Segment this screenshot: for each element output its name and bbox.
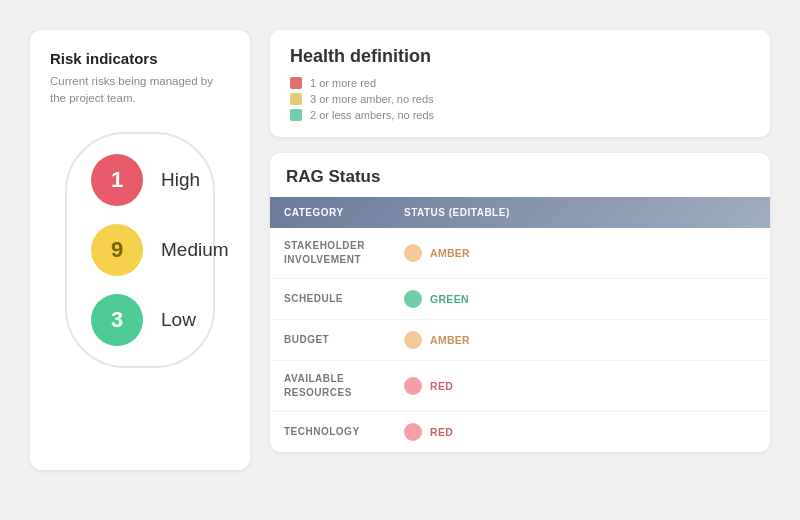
status-cell: RED [404, 377, 756, 395]
risk-panel-subtitle: Current risks being managed by the proje… [50, 73, 230, 108]
rag-category-cell: TECHNOLOGY [270, 412, 390, 453]
rag-table: CATEGORY STATUS (EDITABLE) STAKEHOLDER I… [270, 197, 770, 452]
rag-category-cell: BUDGET [270, 320, 390, 361]
health-label-red: 1 or more red [310, 77, 376, 89]
rag-table-row[interactable]: SCHEDULE GREEN [270, 279, 770, 320]
status-label: GREEN [430, 293, 469, 305]
rag-status-cell[interactable]: AMBER [390, 320, 770, 361]
status-label: RED [430, 426, 453, 438]
status-dot-red [404, 423, 422, 441]
rag-header-category: CATEGORY [270, 197, 390, 228]
risk-circle-high: 1 [91, 154, 143, 206]
rag-status-cell[interactable]: AMBER [390, 228, 770, 279]
risk-label-high: High [161, 169, 200, 191]
health-item-red: 1 or more red [290, 77, 750, 89]
risk-circle-low: 3 [91, 294, 143, 346]
rag-category-cell: AVAILABLE RESOURCES [270, 361, 390, 412]
rag-status-cell[interactable]: RED [390, 412, 770, 453]
health-items-list: 1 or more red 3 or more amber, no reds 2… [290, 77, 750, 121]
health-item-amber: 3 or more amber, no reds [290, 93, 750, 105]
health-definition-card: Health definition 1 or more red 3 or mor… [270, 30, 770, 137]
status-dot-green [404, 290, 422, 308]
health-label-amber: 3 or more amber, no reds [310, 93, 434, 105]
rag-status-card: RAG Status CATEGORY STATUS (EDITABLE) ST… [270, 153, 770, 452]
risk-count-medium: 9 [111, 237, 123, 263]
rag-table-row[interactable]: TECHNOLOGY RED [270, 412, 770, 453]
rag-table-row[interactable]: BUDGET AMBER [270, 320, 770, 361]
status-dot-red [404, 377, 422, 395]
health-definition-title: Health definition [290, 46, 750, 67]
right-panel: Health definition 1 or more red 3 or mor… [270, 30, 770, 452]
risk-row-high: 1 High [91, 154, 189, 206]
risk-row-medium: 9 Medium [91, 224, 189, 276]
risk-count-high: 1 [111, 167, 123, 193]
health-swatch-red [290, 77, 302, 89]
rag-table-row[interactable]: STAKEHOLDER INVOLVEMENT AMBER [270, 228, 770, 279]
status-label: RED [430, 380, 453, 392]
rag-status-title: RAG Status [270, 153, 770, 197]
health-item-green: 2 or less ambers, no reds [290, 109, 750, 121]
status-label: AMBER [430, 334, 470, 346]
status-dot-amber [404, 331, 422, 349]
status-cell: GREEN [404, 290, 756, 308]
health-label-green: 2 or less ambers, no reds [310, 109, 434, 121]
status-dot-amber [404, 244, 422, 262]
risk-row-low: 3 Low [91, 294, 189, 346]
rag-status-cell[interactable]: GREEN [390, 279, 770, 320]
risk-indicators-panel: Risk indicators Current risks being mana… [30, 30, 250, 470]
risk-panel-title: Risk indicators [50, 50, 230, 67]
risk-label-medium: Medium [161, 239, 229, 261]
rag-category-cell: SCHEDULE [270, 279, 390, 320]
traffic-light: 1 High 9 Medium 3 Low [65, 132, 215, 368]
rag-category-cell: STAKEHOLDER INVOLVEMENT [270, 228, 390, 279]
status-label: AMBER [430, 247, 470, 259]
risk-circle-medium: 9 [91, 224, 143, 276]
health-swatch-amber [290, 93, 302, 105]
rag-status-cell[interactable]: RED [390, 361, 770, 412]
status-cell: AMBER [404, 331, 756, 349]
rag-header-status: STATUS (EDITABLE) [390, 197, 770, 228]
rag-table-header-row: CATEGORY STATUS (EDITABLE) [270, 197, 770, 228]
risk-count-low: 3 [111, 307, 123, 333]
rag-table-row[interactable]: AVAILABLE RESOURCES RED [270, 361, 770, 412]
status-cell: AMBER [404, 244, 756, 262]
health-swatch-green [290, 109, 302, 121]
status-cell: RED [404, 423, 756, 441]
main-container: Risk indicators Current risks being mana… [0, 0, 800, 520]
risk-label-low: Low [161, 309, 196, 331]
